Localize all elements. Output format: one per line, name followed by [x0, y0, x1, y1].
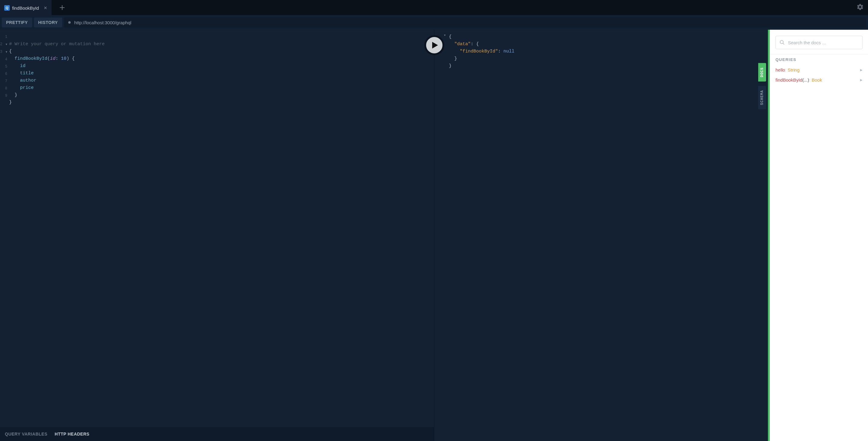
tab-bar: Q findBookById ✕	[0, 0, 868, 15]
docs-divider[interactable]	[768, 30, 770, 441]
docs-item-findbookbyid[interactable]: findBookById(...): Book ▶	[770, 75, 868, 85]
svg-line-1	[783, 43, 784, 44]
gear-icon[interactable]	[857, 3, 864, 12]
editor-gutter: 1 2 ▼ 3 ▼ 4 5 6 7 8 9	[0, 33, 9, 427]
new-tab-button[interactable]	[55, 0, 70, 15]
docs-tab[interactable]: DOCS	[758, 63, 766, 82]
result-pane: ▼ { "data": { "findBookById": null } } D…	[434, 30, 768, 441]
query-editor-pane: 1 2 ▼ 3 ▼ 4 5 6 7 8 9 # Write your query…	[0, 30, 434, 441]
docs-search	[770, 30, 868, 54]
editor-content[interactable]: # Write your query or mutation here { fi…	[9, 33, 434, 427]
prettify-button[interactable]: Prettify	[2, 18, 32, 27]
endpoint-input[interactable]	[74, 20, 862, 25]
query-editor[interactable]: 1 2 ▼ 3 ▼ 4 5 6 7 8 9 # Write your query…	[0, 30, 434, 427]
close-icon[interactable]: ✕	[44, 5, 47, 10]
tab-badge: Q	[4, 5, 10, 11]
toolbar: Prettify History	[0, 15, 868, 30]
fold-icon[interactable]: ▼	[444, 34, 445, 37]
history-button[interactable]: History	[34, 18, 62, 27]
schema-tab[interactable]: SCHEMA	[758, 86, 766, 109]
chevron-right-icon: ▶	[860, 68, 863, 71]
editor-bottom-tabs: Query Variables HTTP Headers	[0, 427, 434, 441]
endpoint-status-dot	[68, 21, 71, 24]
tab-active[interactable]: Q findBookById ✕	[0, 0, 52, 15]
side-tabs: DOCS SCHEMA	[758, 63, 766, 109]
tab-query-variables[interactable]: Query Variables	[5, 432, 47, 436]
search-icon	[779, 40, 785, 45]
execute-button[interactable]	[424, 35, 444, 55]
tab-http-headers[interactable]: HTTP Headers	[55, 432, 90, 436]
workspace: 1 2 ▼ 3 ▼ 4 5 6 7 8 9 # Write your query…	[0, 30, 868, 441]
svg-point-0	[780, 40, 783, 44]
docs-search-input[interactable]	[788, 40, 859, 45]
docs-panel: QUERIES hello: String ▶ findBookById(...…	[770, 30, 868, 441]
tab-title: findBookById	[12, 5, 39, 11]
docs-item-hello[interactable]: hello: String ▶	[770, 65, 868, 75]
endpoint-bar[interactable]	[64, 17, 866, 28]
docs-section-queries: QUERIES	[770, 54, 868, 65]
result-content[interactable]: { "data": { "findBookById": null } }	[449, 33, 768, 70]
chevron-right-icon: ▶	[860, 78, 863, 82]
